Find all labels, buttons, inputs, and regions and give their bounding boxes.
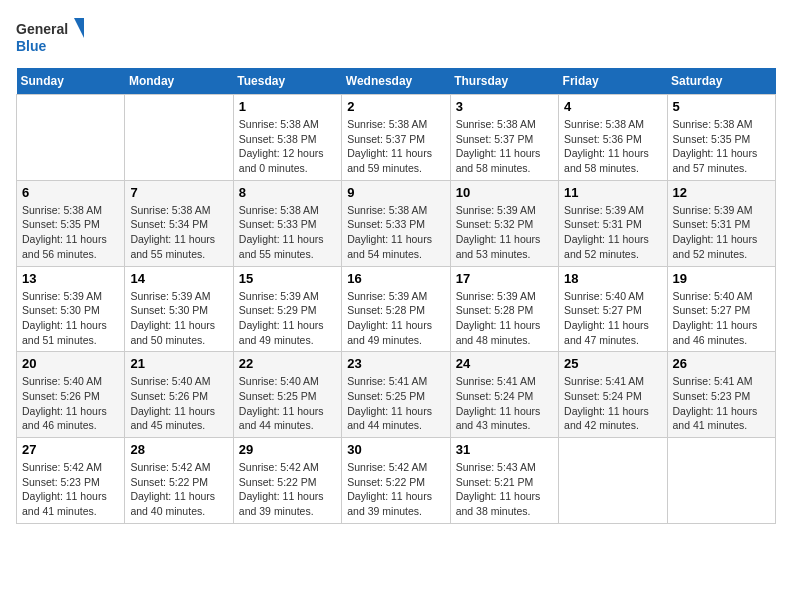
cell-content: Sunrise: 5:42 AMSunset: 5:23 PMDaylight:… (22, 460, 119, 519)
column-header-monday: Monday (125, 68, 233, 95)
day-number: 29 (239, 442, 336, 457)
calendar-table: SundayMondayTuesdayWednesdayThursdayFrid… (16, 68, 776, 524)
day-number: 18 (564, 271, 661, 286)
cell-content: Sunrise: 5:41 AMSunset: 5:23 PMDaylight:… (673, 374, 770, 433)
day-number: 3 (456, 99, 553, 114)
logo-svg: GeneralBlue (16, 16, 86, 56)
calendar-cell: 26Sunrise: 5:41 AMSunset: 5:23 PMDayligh… (667, 352, 775, 438)
calendar-cell: 7Sunrise: 5:38 AMSunset: 5:34 PMDaylight… (125, 180, 233, 266)
day-number: 5 (673, 99, 770, 114)
day-number: 14 (130, 271, 227, 286)
day-number: 15 (239, 271, 336, 286)
column-header-friday: Friday (559, 68, 667, 95)
calendar-cell: 24Sunrise: 5:41 AMSunset: 5:24 PMDayligh… (450, 352, 558, 438)
calendar-cell: 23Sunrise: 5:41 AMSunset: 5:25 PMDayligh… (342, 352, 450, 438)
calendar-cell: 6Sunrise: 5:38 AMSunset: 5:35 PMDaylight… (17, 180, 125, 266)
calendar-cell (125, 95, 233, 181)
day-number: 24 (456, 356, 553, 371)
day-number: 4 (564, 99, 661, 114)
day-number: 8 (239, 185, 336, 200)
calendar-cell: 9Sunrise: 5:38 AMSunset: 5:33 PMDaylight… (342, 180, 450, 266)
svg-text:Blue: Blue (16, 38, 47, 54)
calendar-cell (559, 438, 667, 524)
day-number: 10 (456, 185, 553, 200)
day-number: 27 (22, 442, 119, 457)
day-number: 11 (564, 185, 661, 200)
week-row-1: 1Sunrise: 5:38 AMSunset: 5:38 PMDaylight… (17, 95, 776, 181)
calendar-cell: 27Sunrise: 5:42 AMSunset: 5:23 PMDayligh… (17, 438, 125, 524)
day-number: 1 (239, 99, 336, 114)
day-number: 23 (347, 356, 444, 371)
calendar-cell: 13Sunrise: 5:39 AMSunset: 5:30 PMDayligh… (17, 266, 125, 352)
cell-content: Sunrise: 5:43 AMSunset: 5:21 PMDaylight:… (456, 460, 553, 519)
calendar-cell: 25Sunrise: 5:41 AMSunset: 5:24 PMDayligh… (559, 352, 667, 438)
calendar-cell: 12Sunrise: 5:39 AMSunset: 5:31 PMDayligh… (667, 180, 775, 266)
cell-content: Sunrise: 5:41 AMSunset: 5:24 PMDaylight:… (456, 374, 553, 433)
calendar-cell: 10Sunrise: 5:39 AMSunset: 5:32 PMDayligh… (450, 180, 558, 266)
day-number: 28 (130, 442, 227, 457)
cell-content: Sunrise: 5:39 AMSunset: 5:31 PMDaylight:… (564, 203, 661, 262)
day-number: 20 (22, 356, 119, 371)
cell-content: Sunrise: 5:38 AMSunset: 5:37 PMDaylight:… (347, 117, 444, 176)
cell-content: Sunrise: 5:39 AMSunset: 5:28 PMDaylight:… (456, 289, 553, 348)
day-number: 6 (22, 185, 119, 200)
calendar-cell (17, 95, 125, 181)
calendar-cell: 2Sunrise: 5:38 AMSunset: 5:37 PMDaylight… (342, 95, 450, 181)
day-number: 26 (673, 356, 770, 371)
column-header-thursday: Thursday (450, 68, 558, 95)
calendar-cell: 18Sunrise: 5:40 AMSunset: 5:27 PMDayligh… (559, 266, 667, 352)
cell-content: Sunrise: 5:38 AMSunset: 5:33 PMDaylight:… (239, 203, 336, 262)
day-number: 30 (347, 442, 444, 457)
cell-content: Sunrise: 5:42 AMSunset: 5:22 PMDaylight:… (347, 460, 444, 519)
cell-content: Sunrise: 5:39 AMSunset: 5:32 PMDaylight:… (456, 203, 553, 262)
calendar-cell: 30Sunrise: 5:42 AMSunset: 5:22 PMDayligh… (342, 438, 450, 524)
calendar-cell: 3Sunrise: 5:38 AMSunset: 5:37 PMDaylight… (450, 95, 558, 181)
week-row-3: 13Sunrise: 5:39 AMSunset: 5:30 PMDayligh… (17, 266, 776, 352)
week-row-5: 27Sunrise: 5:42 AMSunset: 5:23 PMDayligh… (17, 438, 776, 524)
column-header-saturday: Saturday (667, 68, 775, 95)
column-header-tuesday: Tuesday (233, 68, 341, 95)
cell-content: Sunrise: 5:40 AMSunset: 5:27 PMDaylight:… (564, 289, 661, 348)
calendar-cell: 14Sunrise: 5:39 AMSunset: 5:30 PMDayligh… (125, 266, 233, 352)
day-number: 9 (347, 185, 444, 200)
cell-content: Sunrise: 5:38 AMSunset: 5:33 PMDaylight:… (347, 203, 444, 262)
column-header-sunday: Sunday (17, 68, 125, 95)
calendar-cell: 8Sunrise: 5:38 AMSunset: 5:33 PMDaylight… (233, 180, 341, 266)
cell-content: Sunrise: 5:40 AMSunset: 5:27 PMDaylight:… (673, 289, 770, 348)
svg-text:General: General (16, 21, 68, 37)
day-number: 7 (130, 185, 227, 200)
svg-marker-2 (74, 18, 84, 38)
calendar-cell (667, 438, 775, 524)
cell-content: Sunrise: 5:38 AMSunset: 5:36 PMDaylight:… (564, 117, 661, 176)
cell-content: Sunrise: 5:38 AMSunset: 5:37 PMDaylight:… (456, 117, 553, 176)
calendar-cell: 19Sunrise: 5:40 AMSunset: 5:27 PMDayligh… (667, 266, 775, 352)
cell-content: Sunrise: 5:40 AMSunset: 5:26 PMDaylight:… (22, 374, 119, 433)
day-number: 19 (673, 271, 770, 286)
week-row-4: 20Sunrise: 5:40 AMSunset: 5:26 PMDayligh… (17, 352, 776, 438)
day-number: 25 (564, 356, 661, 371)
calendar-cell: 21Sunrise: 5:40 AMSunset: 5:26 PMDayligh… (125, 352, 233, 438)
cell-content: Sunrise: 5:39 AMSunset: 5:31 PMDaylight:… (673, 203, 770, 262)
cell-content: Sunrise: 5:38 AMSunset: 5:34 PMDaylight:… (130, 203, 227, 262)
day-number: 21 (130, 356, 227, 371)
day-number: 12 (673, 185, 770, 200)
cell-content: Sunrise: 5:40 AMSunset: 5:25 PMDaylight:… (239, 374, 336, 433)
cell-content: Sunrise: 5:38 AMSunset: 5:35 PMDaylight:… (673, 117, 770, 176)
cell-content: Sunrise: 5:38 AMSunset: 5:35 PMDaylight:… (22, 203, 119, 262)
cell-content: Sunrise: 5:40 AMSunset: 5:26 PMDaylight:… (130, 374, 227, 433)
cell-content: Sunrise: 5:38 AMSunset: 5:38 PMDaylight:… (239, 117, 336, 176)
cell-content: Sunrise: 5:39 AMSunset: 5:28 PMDaylight:… (347, 289, 444, 348)
column-header-wednesday: Wednesday (342, 68, 450, 95)
page-header: GeneralBlue (16, 16, 776, 56)
day-number: 17 (456, 271, 553, 286)
cell-content: Sunrise: 5:41 AMSunset: 5:24 PMDaylight:… (564, 374, 661, 433)
calendar-cell: 15Sunrise: 5:39 AMSunset: 5:29 PMDayligh… (233, 266, 341, 352)
calendar-cell: 1Sunrise: 5:38 AMSunset: 5:38 PMDaylight… (233, 95, 341, 181)
day-number: 31 (456, 442, 553, 457)
calendar-cell: 17Sunrise: 5:39 AMSunset: 5:28 PMDayligh… (450, 266, 558, 352)
calendar-cell: 4Sunrise: 5:38 AMSunset: 5:36 PMDaylight… (559, 95, 667, 181)
calendar-cell: 20Sunrise: 5:40 AMSunset: 5:26 PMDayligh… (17, 352, 125, 438)
cell-content: Sunrise: 5:39 AMSunset: 5:30 PMDaylight:… (22, 289, 119, 348)
calendar-cell: 29Sunrise: 5:42 AMSunset: 5:22 PMDayligh… (233, 438, 341, 524)
logo: GeneralBlue (16, 16, 86, 56)
